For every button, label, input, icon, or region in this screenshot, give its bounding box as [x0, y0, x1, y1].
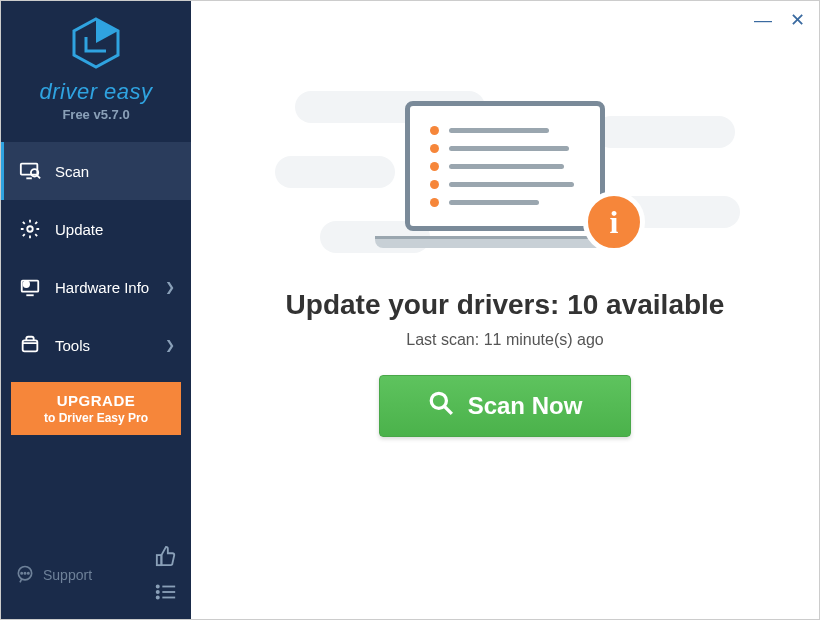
support-link[interactable]: Support: [15, 564, 92, 587]
svg-rect-16: [157, 555, 162, 565]
svg-point-23: [431, 393, 446, 408]
hardware-info-icon: i: [17, 276, 43, 298]
chevron-right-icon: ❯: [165, 338, 175, 352]
nav-label: Scan: [55, 163, 89, 180]
thumbs-up-icon[interactable]: [155, 545, 177, 571]
hero-illustration: i: [265, 61, 745, 261]
svg-marker-1: [96, 19, 118, 43]
nav-item-scan[interactable]: Scan: [1, 142, 191, 200]
svg-point-21: [157, 596, 159, 598]
nav-item-tools[interactable]: Tools ❯: [1, 316, 191, 374]
upgrade-line2: to Driver Easy Pro: [15, 411, 177, 425]
app-window: driver easy Free v5.7.0 Scan: [0, 0, 820, 620]
sidebar-bottom: Support: [1, 535, 191, 619]
close-button[interactable]: ✕: [790, 11, 805, 29]
menu-list-icon[interactable]: [155, 583, 177, 605]
headline-text: Update your drivers: 10 available: [286, 289, 725, 321]
info-badge-icon: i: [583, 191, 645, 253]
svg-point-17: [157, 585, 159, 587]
scan-button-label: Scan Now: [468, 392, 583, 420]
magnifier-icon: [428, 390, 454, 422]
svg-point-19: [157, 591, 159, 593]
chevron-right-icon: ❯: [165, 280, 175, 294]
gear-icon: [17, 218, 43, 240]
nav-label: Tools: [55, 337, 90, 354]
app-logo-icon: [68, 15, 124, 75]
logo-area: driver easy Free v5.7.0: [1, 1, 191, 132]
upgrade-button[interactable]: UPGRADE to Driver Easy Pro: [11, 382, 181, 435]
version-label: Free v5.7.0: [1, 107, 191, 122]
scan-monitor-icon: [17, 160, 43, 182]
nav-item-hardware-info[interactable]: i Hardware Info ❯: [1, 258, 191, 316]
svg-point-6: [27, 226, 33, 232]
window-controls: — ✕: [754, 11, 805, 29]
svg-rect-11: [23, 340, 38, 351]
tools-icon: [17, 334, 43, 356]
svg-point-13: [21, 572, 22, 573]
minimize-button[interactable]: —: [754, 11, 772, 29]
svg-point-15: [28, 572, 29, 573]
nav-label: Update: [55, 221, 103, 238]
svg-line-5: [37, 176, 40, 179]
sidebar: driver easy Free v5.7.0 Scan: [1, 1, 191, 619]
chat-icon: [15, 564, 35, 587]
nav-label: Hardware Info: [55, 279, 149, 296]
nav: Scan Update i: [1, 142, 191, 374]
laptop-icon: [405, 101, 605, 231]
scan-now-button[interactable]: Scan Now: [379, 375, 632, 437]
upgrade-line1: UPGRADE: [15, 392, 177, 409]
svg-line-24: [444, 406, 452, 414]
nav-item-update[interactable]: Update: [1, 200, 191, 258]
svg-point-14: [24, 572, 25, 573]
svg-text:i: i: [26, 282, 27, 287]
main-panel: — ✕ i Update your drivers: 10 available …: [191, 1, 819, 619]
last-scan-text: Last scan: 11 minute(s) ago: [406, 331, 603, 349]
support-label: Support: [43, 567, 92, 583]
brand-name: driver easy: [1, 79, 191, 105]
